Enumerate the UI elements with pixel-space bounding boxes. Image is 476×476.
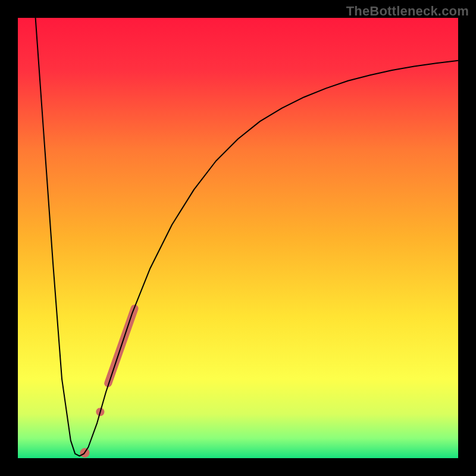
watermark-text: TheBottleneck.com [346, 4, 469, 19]
gradient-background [18, 18, 458, 458]
plot-area [18, 18, 458, 458]
chart-svg [18, 18, 458, 458]
chart-frame: TheBottleneck.com [0, 0, 476, 476]
